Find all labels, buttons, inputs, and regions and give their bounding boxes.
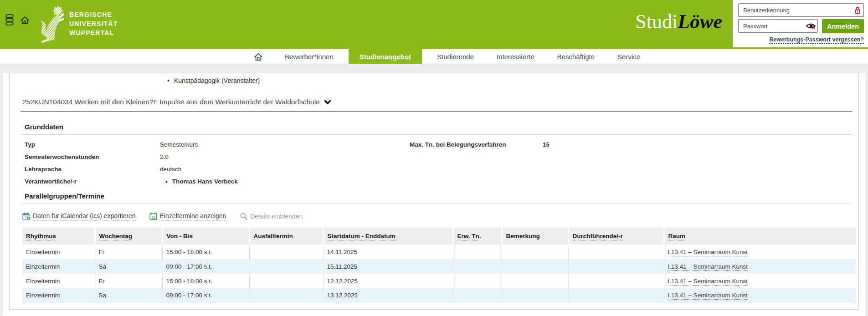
cell-ausfalltermin (249, 245, 323, 259)
nav-tab-label: Studienangebot (360, 53, 411, 61)
grunddaten-rows: TypSemesterkursMax. Tn. bei Belegungsver… (25, 138, 852, 188)
column-header-rhythmus[interactable]: Rhythmus (22, 228, 95, 245)
section-heading-grunddaten: Grunddaten (25, 123, 858, 131)
cell-durchfuehrende (568, 245, 664, 259)
cell-startdatum: 12.12.2025 (323, 274, 453, 288)
show-single-dates-link[interactable]: Einzeltermine anzeigen (149, 212, 226, 220)
termine-toolbar: Daten für iCalendar (ics) exportierenEin… (22, 210, 858, 222)
password-visibility-icon[interactable] (806, 22, 816, 30)
field-label: Lehrsprache (25, 166, 160, 173)
table-row: EinzelterminFr15:00 - 18:00 s.t.14.11.20… (22, 245, 856, 259)
column-header-erw-tn[interactable]: Erw. Tn. (453, 228, 502, 245)
table-row: EinzelterminFr15:00 - 18:00 s.t.12.12.20… (22, 274, 856, 288)
show-details-link[interactable]: Details einblenden (240, 212, 303, 220)
cell-von_bis: 09:00 - 17:00 s.t. (162, 288, 249, 303)
cell-raum: I.13.41 – Seminarraum Kunst (664, 259, 856, 274)
main-navigation: Bewerber*innenStudienangebotStudierendeI… (0, 49, 868, 64)
menu-button[interactable] (5, 13, 15, 26)
cell-startdatum: 13.12.2025 (323, 288, 453, 303)
cell-startdatum: 14.11.2025 (323, 245, 453, 259)
nav-tab-service[interactable]: Service (610, 49, 648, 64)
column-header-raum[interactable]: Raum (664, 228, 856, 245)
cell-erw_tn (453, 288, 502, 303)
field-label: Semesterwochenstunden (25, 153, 160, 160)
lion-logo-icon (38, 3, 64, 45)
field-value: 15 (543, 141, 852, 148)
cell-bemerkung (502, 274, 568, 288)
cell-wochentag: Sa (95, 288, 162, 303)
cell-rhythmus: Einzeltermin (22, 245, 95, 259)
grunddaten-row: Lehrsprachedeutsch (25, 163, 852, 175)
course-title: 252KUN104034 Werken mit den Kleinen?!“ I… (22, 98, 320, 106)
schedule-table: RhythmusWochentagVon - BisAusfallterminS… (22, 228, 856, 303)
column-header-startdatum-enddatum[interactable]: Startdatum - Enddatum (323, 228, 453, 245)
cell-rhythmus: Einzeltermin (22, 288, 95, 303)
nav-tab-studienangebot[interactable]: Studienangebot (349, 49, 422, 64)
cell-ausfalltermin (249, 274, 323, 288)
login-panel: Anmelden Bewerbungs-Passwort vergessen? (733, 0, 868, 47)
room-link[interactable]: I.13.41 – Seminarraum Kunst (668, 263, 748, 271)
cell-von_bis: 15:00 - 18:00 s.t. (162, 245, 249, 259)
field-label: Typ (25, 141, 160, 148)
nav-tab-label: Service (617, 53, 640, 61)
cell-durchfuehrende (568, 259, 664, 274)
toolbar-label: Daten für iCalendar (ics) exportieren (33, 212, 136, 220)
nav-tab-label: Bewerber*innen (285, 53, 334, 61)
login-button[interactable]: Anmelden (822, 19, 864, 33)
nav-tab-label: Interessierte (497, 53, 534, 61)
cell-von_bis: 15:00 - 18:00 s.t. (162, 274, 249, 288)
nav-tab-bewerber-innen[interactable]: Bewerber*innen (277, 49, 341, 64)
nav-tab-besch-ftigte[interactable]: Beschäftigte (550, 49, 603, 64)
table-row: EinzelterminSa09:00 - 17:00 s.t.13.12.20… (22, 288, 856, 303)
termine-divider (21, 204, 852, 204)
grunddaten-divider (21, 134, 852, 135)
title-divider (21, 111, 852, 112)
cell-erw_tn (453, 259, 502, 274)
cell-bemerkung (502, 245, 568, 259)
cell-von_bis: 09:00 - 17:00 s.t. (162, 259, 249, 274)
cell-durchfuehrende (568, 274, 664, 288)
cell-bemerkung (502, 259, 568, 274)
nav-tab-label: Beschäftigte (557, 53, 595, 61)
cell-erw_tn (453, 274, 502, 288)
field-label: Verantwortliche/-r (25, 178, 160, 185)
university-logo: BERGISCHE UNIVERSITÄT WUPPERTAL (38, 3, 118, 45)
course-accordion-header[interactable]: 252KUN104034 Werken mit den Kleinen?!“ I… (22, 98, 852, 106)
lock-icon (854, 6, 861, 14)
field-value: 2.0 (160, 153, 410, 160)
field-value: Thomas Hans Verbeck (160, 178, 410, 185)
column-header-wochentag[interactable]: Wochentag (95, 228, 162, 245)
room-link[interactable]: I.13.41 – Seminarraum Kunst (668, 249, 748, 256)
cell-wochentag: Fr (95, 245, 162, 259)
cell-rhythmus: Einzeltermin (22, 274, 95, 288)
field-label: Max. Tn. bei Belegungsverfahren (410, 141, 543, 148)
column-header-von-bis: Von - Bis (162, 228, 249, 245)
grunddaten-row: TypSemesterkursMax. Tn. bei Belegungsver… (25, 138, 852, 151)
column-header-durchf-hrende-r[interactable]: Durchführende/-r (568, 228, 664, 245)
cell-rhythmus: Einzeltermin (22, 259, 95, 274)
cell-wochentag: Sa (95, 259, 162, 274)
cell-durchfuehrende (568, 288, 664, 303)
section-heading-termine: Parallelgruppen/Termine (25, 192, 858, 200)
room-link[interactable]: I.13.41 – Seminarraum Kunst (668, 292, 748, 300)
room-link[interactable]: I.13.41 – Seminarraum Kunst (668, 278, 748, 285)
export-ical-link[interactable]: Daten für iCalendar (ics) exportieren (22, 212, 136, 220)
cell-raum: I.13.41 – Seminarraum Kunst (664, 245, 856, 259)
university-name: BERGISCHE UNIVERSITÄT WUPPERTAL (69, 10, 118, 38)
cell-erw_tn (453, 245, 502, 259)
field-value: Semesterkurs (160, 141, 410, 148)
nav-home-button[interactable] (253, 51, 263, 61)
cell-startdatum: 15.11.2025 (323, 259, 453, 274)
nav-tab-studierende[interactable]: Studierende (429, 49, 482, 64)
cell-wochentag: Fr (95, 274, 162, 288)
nav-tab-interessierte[interactable]: Interessierte (489, 49, 542, 64)
magnifier-icon (240, 212, 248, 220)
username-input[interactable] (738, 3, 864, 17)
cell-raum: I.13.41 – Seminarraum Kunst (664, 274, 856, 288)
toolbar-label: Details einblenden (250, 213, 303, 220)
column-header-bemerkung: Bemerkung (502, 228, 568, 245)
grunddaten-row: Verantwortliche/-rThomas Hans Verbeck (25, 175, 852, 188)
list-item-organizer: Kunstpädagogik (Veranstalter) (167, 76, 858, 85)
header-home-button[interactable] (20, 15, 30, 25)
forgot-password-link[interactable]: Bewerbungs-Passwort vergessen? (738, 36, 864, 43)
